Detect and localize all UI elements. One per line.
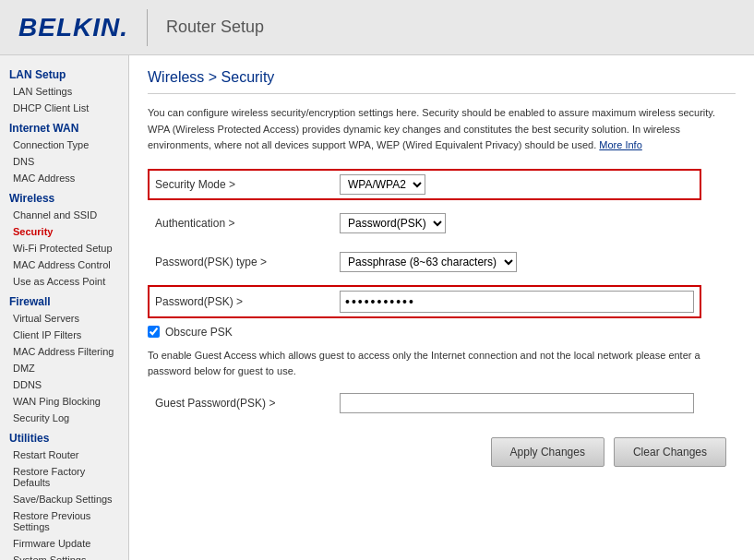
authentication-label: Authentication > [155,217,340,230]
main-content: Wireless > Security You can configure wi… [129,55,754,560]
sidebar-item-mac-address-filtering[interactable]: MAC Address Filtering [0,343,128,360]
clear-button[interactable]: Clear Changes [614,437,726,467]
security-mode-row: Security Mode > WPA/WPA2WPAWEPDisabled [148,169,701,200]
button-row: Apply Changes Clear Changes [148,437,736,467]
psk-input[interactable] [340,291,694,313]
form-section: Security Mode > WPA/WPA2WPAWEPDisabled A… [148,169,701,419]
header-divider [147,9,148,46]
guest-psk-input[interactable] [340,393,694,413]
sidebar-item-restore-factory-defaults[interactable]: Restore Factory Defaults [0,463,128,491]
sidebar-item-ddns[interactable]: DDNS [0,376,128,393]
security-mode-control: WPA/WPA2WPAWEPDisabled [340,174,694,195]
sidebar-section-wireless: Wireless [0,186,128,207]
security-mode-select[interactable]: WPA/WPA2WPAWEPDisabled [340,174,425,195]
sidebar-item-wi-fi-protected-setup[interactable]: Wi-Fi Protected Setup [0,240,128,256]
guest-psk-label: Guest Password(PSK) > [155,397,340,410]
guest-psk-control [340,393,694,413]
authentication-row: Authentication > Password(PSK)Certificat… [148,208,701,239]
sidebar-item-save/backup-settings[interactable]: Save/Backup Settings [0,491,128,507]
security-mode-label: Security Mode > [155,178,340,191]
sidebar-item-client-ip-filters[interactable]: Client IP Filters [0,327,128,343]
sidebar-item-channel-and-ssid[interactable]: Channel and SSID [0,207,128,223]
description-text: You can configure wireless security/encr… [148,105,736,154]
psk-type-row: Password(PSK) type > Passphrase (8~63 ch… [148,246,701,278]
sidebar-item-lan-settings[interactable]: LAN Settings [0,83,128,100]
guest-description: To enable Guest Access which allows gues… [148,348,701,380]
sidebar-item-security-log[interactable]: Security Log [0,410,128,426]
sidebar-item-virtual-servers[interactable]: Virtual Servers [0,310,128,327]
brand-logo: BELKIN. [18,13,128,42]
obscure-label: Obscure PSK [165,326,233,339]
sidebar-item-use-as-access-point[interactable]: Use as Access Point [0,273,128,290]
sidebar-item-mac-address[interactable]: MAC Address [0,170,128,186]
psk-type-control: Passphrase (8~63 characters)Hex (64 char… [340,252,694,272]
sidebar-section-internet-wan: Internet WAN [0,116,128,137]
guest-psk-row: Guest Password(PSK) > [148,387,701,419]
sidebar-item-mac-address-control[interactable]: MAC Address Control [0,256,128,273]
breadcrumb: Wireless > Security [148,69,274,85]
more-info-link[interactable]: More Info [599,139,641,150]
sidebar: LAN SetupLAN SettingsDHCP Client ListInt… [0,55,129,560]
sidebar-item-wan-ping-blocking[interactable]: WAN Ping Blocking [0,393,128,410]
apply-button[interactable]: Apply Changes [491,437,604,467]
sidebar-item-security[interactable]: Security [0,223,128,240]
sidebar-item-dhcp-client-list[interactable]: DHCP Client List [0,100,128,116]
psk-type-select[interactable]: Passphrase (8~63 characters)Hex (64 char… [340,252,517,272]
psk-control [340,291,694,313]
sidebar-item-dns[interactable]: DNS [0,153,128,170]
obscure-row: Obscure PSK [148,326,701,339]
sidebar-item-dmz[interactable]: DMZ [0,360,128,376]
header: BELKIN. Router Setup [0,0,754,55]
obscure-checkbox[interactable] [148,326,160,338]
sidebar-section-utilities: Utilities [0,426,128,447]
sidebar-item-firmware-update[interactable]: Firmware Update [0,535,128,552]
sidebar-section-firewall: Firewall [0,290,128,310]
page-title: Wireless > Security [148,69,736,94]
psk-label: Password(PSK) > [155,295,340,308]
authentication-control: Password(PSK)Certificate [340,213,694,233]
sidebar-item-connection-type[interactable]: Connection Type [0,137,128,153]
sidebar-section-lan-setup: LAN Setup [0,63,128,83]
sidebar-item-restore-previous-settings[interactable]: Restore Previous Settings [0,507,128,535]
psk-row: Password(PSK) > [148,285,701,318]
router-setup-title: Router Setup [166,18,264,37]
sidebar-item-system-settings[interactable]: System Settings [0,552,128,560]
layout: LAN SetupLAN SettingsDHCP Client ListInt… [0,55,754,560]
authentication-select[interactable]: Password(PSK)Certificate [340,213,446,233]
sidebar-item-restart-router[interactable]: Restart Router [0,447,128,463]
psk-type-label: Password(PSK) type > [155,256,340,268]
